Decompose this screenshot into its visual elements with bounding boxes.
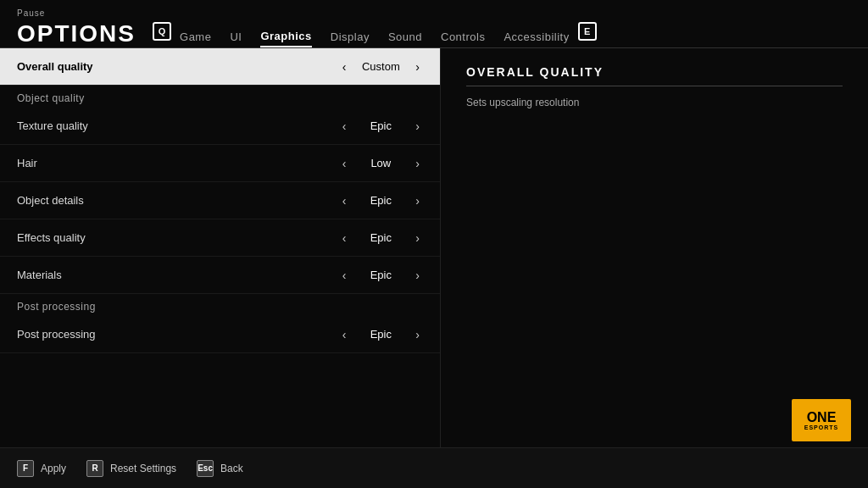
setting-value-6: Epic bbox=[359, 269, 402, 281]
footer-key-2: Esc bbox=[197, 460, 214, 477]
footer-action-reset-settings[interactable]: RReset Settings bbox=[86, 460, 176, 477]
setting-value-5: Epic bbox=[359, 231, 402, 244]
page-title: OPTIONS bbox=[17, 20, 136, 47]
setting-row-3[interactable]: Hair‹Low› bbox=[0, 145, 440, 182]
setting-detail-panel: OVERALL QUALITY Sets upscaling resolutio… bbox=[441, 48, 868, 456]
setting-name-2: Texture quality bbox=[17, 119, 88, 132]
footer-label-2: Back bbox=[220, 463, 243, 474]
setting-row-5[interactable]: Effects quality‹Epic› bbox=[0, 219, 440, 257]
section-label-1: Object quality bbox=[0, 86, 440, 108]
arrow-left-0[interactable]: ‹ bbox=[339, 58, 350, 75]
arrow-left-8[interactable]: ‹ bbox=[339, 326, 350, 343]
left-key-badge[interactable]: Q bbox=[153, 22, 171, 41]
arrow-left-3[interactable]: ‹ bbox=[339, 155, 350, 172]
footer-key-0: F bbox=[17, 460, 34, 477]
setting-row-2[interactable]: Texture quality‹Epic› bbox=[0, 108, 440, 145]
arrow-right-8[interactable]: › bbox=[412, 326, 423, 343]
arrow-right-5[interactable]: › bbox=[412, 230, 423, 247]
arrow-left-4[interactable]: ‹ bbox=[339, 192, 350, 209]
nav-tab-controls[interactable]: Controls bbox=[441, 30, 485, 47]
detail-description: Sets upscaling resolution bbox=[466, 95, 843, 110]
setting-row-0[interactable]: Overall quality‹Custom› bbox=[0, 48, 440, 86]
arrow-left-2[interactable]: ‹ bbox=[339, 118, 350, 135]
right-key-badge[interactable]: E bbox=[578, 22, 597, 41]
arrow-right-4[interactable]: › bbox=[412, 192, 423, 209]
setting-value-2: Epic bbox=[359, 119, 402, 132]
nav-tab-game[interactable]: Game bbox=[180, 30, 211, 47]
setting-name-5: Effects quality bbox=[17, 231, 86, 244]
setting-row-4[interactable]: Object details‹Epic› bbox=[0, 182, 440, 219]
footer-action-back[interactable]: EscBack bbox=[197, 460, 243, 477]
section-label-7: Post processing bbox=[0, 294, 440, 316]
setting-value-0: Custom bbox=[359, 60, 402, 73]
setting-row-8[interactable]: Post processing‹Epic› bbox=[0, 316, 440, 353]
arrow-right-3[interactable]: › bbox=[412, 155, 423, 172]
arrow-right-0[interactable]: › bbox=[412, 58, 423, 75]
pause-label: Pause bbox=[17, 8, 45, 18]
setting-name-0: Overall quality bbox=[17, 60, 93, 73]
footer-key-1: R bbox=[86, 460, 103, 477]
nav-tab-ui[interactable]: UI bbox=[230, 30, 242, 47]
setting-name-8: Post processing bbox=[17, 328, 96, 341]
footer-label-1: Reset Settings bbox=[110, 463, 176, 474]
nav-tab-display[interactable]: Display bbox=[331, 30, 370, 47]
setting-value-8: Epic bbox=[359, 328, 402, 341]
logo-esports-text: ESPORTS bbox=[804, 424, 838, 430]
footer-label-0: Apply bbox=[41, 463, 66, 474]
nav-tab-graphics[interactable]: Graphics bbox=[260, 30, 311, 47]
footer: FApplyRReset SettingsEscBack bbox=[0, 447, 868, 488]
arrow-right-2[interactable]: › bbox=[412, 118, 423, 135]
nav-tab-accessibility[interactable]: Accessibility bbox=[504, 30, 569, 47]
setting-value-3: Low bbox=[359, 157, 402, 169]
settings-list: Overall quality‹Custom›Object qualityTex… bbox=[0, 48, 441, 456]
nav-tab-sound[interactable]: Sound bbox=[388, 30, 422, 47]
setting-name-3: Hair bbox=[17, 157, 37, 169]
logo-one-text: ONE bbox=[807, 411, 837, 424]
arrow-left-5[interactable]: ‹ bbox=[339, 230, 350, 247]
arrow-left-6[interactable]: ‹ bbox=[339, 267, 350, 284]
arrow-right-6[interactable]: › bbox=[412, 267, 423, 284]
detail-title: OVERALL QUALITY bbox=[466, 65, 843, 86]
setting-value-4: Epic bbox=[359, 194, 402, 207]
one-esports-logo: ONE ESPORTS bbox=[792, 399, 851, 441]
setting-name-4: Object details bbox=[17, 194, 84, 207]
footer-action-apply[interactable]: FApply bbox=[17, 460, 66, 477]
setting-row-6[interactable]: Materials‹Epic› bbox=[0, 257, 440, 294]
setting-name-6: Materials bbox=[17, 269, 62, 281]
